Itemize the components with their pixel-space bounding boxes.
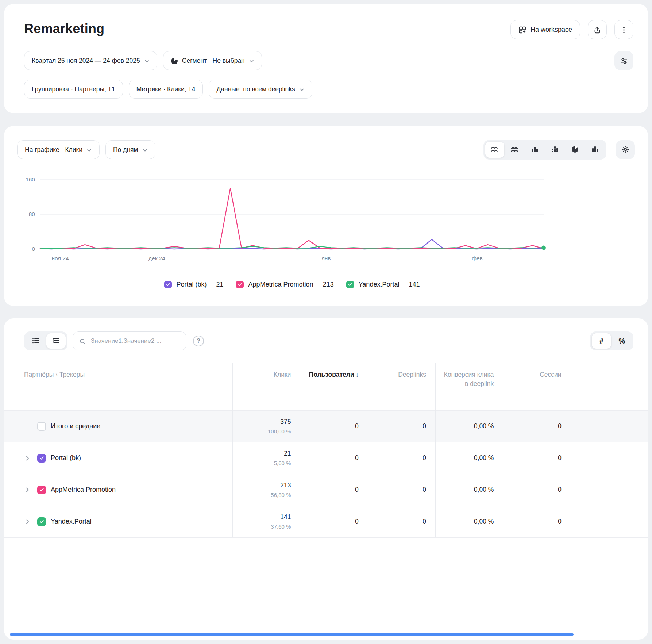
row-checkbox[interactable] [37,422,46,431]
current-day-marker [541,245,546,250]
cell-deeplinks: 0 [368,474,435,506]
row-checkbox[interactable] [37,454,46,463]
expand-chevron-icon[interactable] [24,487,37,493]
column-header-deeplinks[interactable]: Deeplinks [368,363,435,410]
table-row-appmetrica-promotion: AppMetrica Promotion 21356,80 % 0 0 0,00… [4,474,648,506]
users-value: 0 [304,454,358,462]
stacked-bar-icon [551,145,559,155]
cell-clicks: 375100,00 % [233,410,300,442]
row-filler [571,506,648,537]
legend-label: Portal (bk) [177,281,207,288]
chart-metric-label: На графике · Клики [25,146,82,154]
expand-chevron-icon[interactable] [24,518,37,525]
metrics-filter-chip[interactable]: Метрики · Клики, +4 [129,80,203,99]
tree-list-icon [52,336,61,346]
legend-checkbox-yandex[interactable] [346,281,354,288]
conversion-value: 0,00 % [439,422,494,430]
workspace-button[interactable]: На workspace [510,20,580,39]
stacked-area-icon [510,145,519,155]
clicks-percent: 100,00 % [236,428,291,434]
stacked-bar-type-button[interactable] [545,142,564,158]
clicks-value: 141 [236,513,291,521]
help-button[interactable]: ? [193,336,204,346]
cell-sessions: 0 [503,442,571,474]
chart-metric-chip[interactable]: На графике · Клики [17,140,100,159]
segment-filter-chip[interactable]: Сегмент · Не выбран [163,51,262,70]
column-header-partners-trackers[interactable]: Партнёры › Трекеры [4,363,233,410]
row-checkbox[interactable] [37,486,46,494]
page-title: Remarketing [24,20,104,38]
expand-chevron-icon[interactable] [24,455,37,461]
legend-item-yandex-portal[interactable]: Yandex.Portal 141 [346,281,420,288]
flat-list-view-button[interactable] [26,333,45,349]
search-box[interactable] [73,331,186,350]
histogram-icon [591,145,599,155]
conversion-value: 0,00 % [439,518,494,525]
x-axis-label: дек 24 [148,255,165,262]
row-name-cell[interactable]: Итого и средние [4,410,233,442]
report-header-card: Remarketing На workspace Квартал 25 [4,4,648,113]
period-filter-label: Квартал 25 ноя 2024 — 24 фев 2025 [32,57,140,65]
conversion-value: 0,00 % [439,486,494,494]
users-value: 0 [304,422,358,430]
flat-list-icon [31,336,40,346]
users-header-label: Пользователи [309,371,354,378]
units-switcher: # % [590,331,633,350]
legend-item-portal[interactable]: Portal (bk) 21 [164,281,224,288]
cell-conversion: 0,00 % [436,410,503,442]
chart-granularity-chip[interactable]: По дням [105,140,155,159]
stacked-area-type-button[interactable] [505,142,524,158]
chart-settings-button[interactable] [616,140,635,159]
line-chart-type-button[interactable] [485,142,504,158]
workspace-grid-icon [518,26,526,34]
gear-icon [621,145,629,154]
cell-sessions: 0 [503,506,571,537]
period-filter-chip[interactable]: Квартал 25 ноя 2024 — 24 фев 2025 [24,51,157,70]
bar-chart-type-button[interactable] [525,142,544,158]
legend-item-appmetrica-promotion[interactable]: AppMetrica Promotion 213 [236,281,334,288]
column-header-clicks[interactable]: Клики [233,363,300,410]
table-header-row: Партнёры › Трекеры Клики Пользователи↓ D… [4,363,648,410]
row-name-cell[interactable]: AppMetrica Promotion [4,474,233,506]
legend-label: Yandex.Portal [359,281,400,288]
export-button[interactable] [588,20,607,39]
legend-checkbox-portal[interactable] [164,281,172,288]
data-scope-filter-chip[interactable]: Данные: по всем deeplinks [209,80,312,99]
grouping-filter-chip[interactable]: Группировка · Партнёры, +1 [24,80,123,99]
column-header-conversion[interactable]: Конверсия клика в deeplink [436,363,503,410]
histogram-type-button[interactable] [586,142,605,158]
header-filler [571,363,648,410]
search-icon [79,338,86,345]
column-header-users[interactable]: Пользователи↓ [300,363,368,410]
chevron-down-icon [299,87,305,92]
y-axis-label: 80 [29,211,35,218]
sliders-icon [620,57,628,65]
row-name-cell[interactable]: Yandex.Portal [4,506,233,537]
chevron-down-icon [249,58,254,64]
absolute-values-button[interactable]: # [592,333,611,349]
bar-chart-icon [531,145,539,155]
row-name-cell[interactable]: Portal (bk) [4,442,233,474]
chart-card: На графике · Клики По дням [4,126,648,306]
pie-chart-type-button[interactable] [566,142,585,158]
sessions-value: 0 [507,486,561,494]
deeplinks-value: 0 [372,486,426,494]
x-axis-label: фев [472,255,483,262]
view-mode-switcher [24,331,67,350]
chart-area: 080160ноя 24дек 24янвфев [40,178,544,262]
y-axis-label: 160 [26,176,35,183]
search-input[interactable] [90,337,180,345]
horizontal-scrollbar[interactable] [10,633,574,636]
column-header-sessions[interactable]: Сессии [503,363,571,410]
row-checkbox[interactable] [37,517,46,526]
percent-values-button[interactable]: % [612,333,632,349]
filters-settings-button[interactable] [614,51,633,70]
more-menu-button[interactable] [614,20,633,39]
chart-legend: Portal (bk) 21 AppMetrica Promotion 213 … [40,281,544,288]
tree-list-view-button[interactable] [46,333,66,349]
sessions-value: 0 [507,518,561,525]
row-label: Итого и средние [51,422,100,430]
legend-checkbox-appmetrica[interactable] [236,281,244,288]
legend-value: 213 [323,281,334,288]
question-icon: ? [197,337,200,345]
